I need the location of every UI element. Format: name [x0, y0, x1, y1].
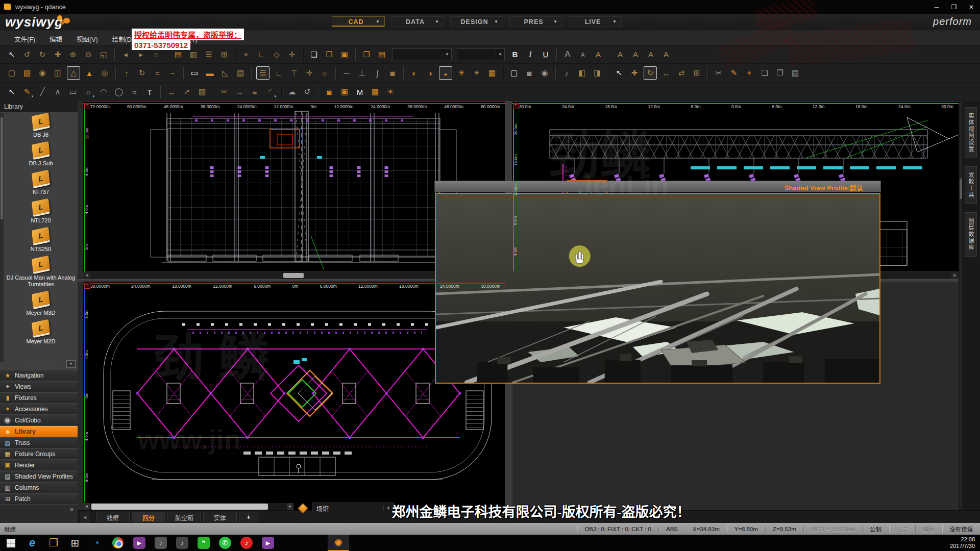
- sidebar-item-render[interactable]: ▣Render: [0, 460, 78, 470]
- leader-icon[interactable]: ↗: [181, 86, 193, 98]
- library-item-meyer-m2d[interactable]: LMeyer M2D: [4, 321, 78, 345]
- library-item-dj-casual-man-with-analog-turntables[interactable]: LDJ Casual Man with Analog Turntables: [4, 257, 78, 288]
- taskbar-chrome-browser[interactable]: [107, 535, 129, 551]
- beam-fixture-icon[interactable]: ◒: [439, 66, 452, 80]
- draw-cone-icon[interactable]: △: [67, 66, 80, 80]
- layout-tab-四分[interactable]: 四分: [132, 512, 165, 522]
- taskbar-file-explorer[interactable]: ❒: [43, 535, 64, 551]
- subwoofer-icon[interactable]: ◨: [591, 67, 603, 79]
- sidebar-item-accessories[interactable]: ✶Accessories: [0, 404, 78, 414]
- right-tab-图层数据库[interactable]: 图层数据库: [965, 212, 977, 257]
- plan-view-hscrollbar[interactable]: ◄►: [83, 503, 293, 510]
- print-icon[interactable]: ▤: [376, 48, 388, 61]
- taskbar-wysiwyg-app[interactable]: ✺: [328, 535, 349, 551]
- decrease-font-icon[interactable]: A: [577, 48, 589, 61]
- previous-view-icon[interactable]: ◂: [119, 48, 132, 61]
- menu-item-视图-v[interactable]: 视图(V): [77, 34, 98, 44]
- taskbar-wechat[interactable]: ❞: [193, 535, 214, 551]
- circle-truss-icon[interactable]: ○: [318, 67, 331, 79]
- right-tab-实体视图设置[interactable]: 实体视图设置: [965, 107, 977, 158]
- font-color-icon[interactable]: A: [592, 48, 604, 61]
- next-view-icon[interactable]: ▸: [135, 48, 147, 61]
- mode-tab-live[interactable]: LIVE▼: [569, 16, 622, 27]
- taskbar-clock[interactable]: 22:08 2017/7/30: [950, 536, 980, 549]
- pipe-icon[interactable]: ─: [340, 67, 353, 79]
- library-item-nts250[interactable]: LNTS250: [4, 229, 78, 253]
- pan-tool-icon[interactable]: ✚: [52, 48, 64, 61]
- new-view-icon[interactable]: ▢: [6, 67, 18, 79]
- revision-icon[interactable]: ↺: [301, 86, 313, 98]
- layout-tab-线框[interactable]: 线框: [96, 512, 130, 522]
- new-file-icon[interactable]: ❏: [308, 48, 320, 61]
- offset-icon[interactable]: ≡: [249, 86, 261, 98]
- loft-icon[interactable]: ≈: [151, 67, 163, 79]
- library-item-ntl720[interactable]: LNTL720: [4, 200, 78, 224]
- riser-icon[interactable]: ▭: [188, 67, 201, 79]
- materials-icon[interactable]: ▩: [369, 86, 381, 98]
- taskbar-media-app-1[interactable]: ♪: [150, 535, 172, 551]
- hoist-icon[interactable]: ⊥: [356, 67, 368, 79]
- taskbar-video-player-2[interactable]: ▶: [257, 535, 279, 551]
- draw-cylinder-icon[interactable]: ◫: [52, 67, 64, 79]
- revolve-icon[interactable]: ↻: [136, 67, 148, 79]
- viewport-menu-icon[interactable]: [84, 283, 90, 289]
- scale-combo[interactable]: ▼: [457, 48, 505, 60]
- rectangle-icon[interactable]: ▭: [67, 86, 79, 98]
- font-tool-icon[interactable]: A: [660, 48, 672, 61]
- object-snap-icon[interactable]: ◇: [271, 48, 283, 61]
- taskbar-video-player[interactable]: ▶: [129, 535, 150, 551]
- menu-item-编辑[interactable]: 编辑: [50, 34, 62, 44]
- bold-button-icon[interactable]: B: [509, 48, 521, 61]
- extend-icon[interactable]: →: [233, 86, 246, 98]
- truss-corner-icon[interactable]: ∟: [273, 67, 285, 79]
- layer-combo[interactable]: ▼: [392, 48, 452, 60]
- line-icon[interactable]: ╱: [36, 86, 48, 98]
- taskbar-sogou-browser[interactable]: ◔: [86, 535, 107, 551]
- sidebar-item-views[interactable]: ✦Views: [0, 381, 78, 392]
- align-center-icon[interactable]: A: [629, 48, 642, 61]
- move-icon[interactable]: ✚: [628, 67, 641, 79]
- mode-tab-design[interactable]: DESIGN▼: [450, 16, 503, 27]
- sidebar-item-shaded-view-profiles[interactable]: ▤Shaded View Profiles: [0, 471, 78, 482]
- italic-button-icon[interactable]: I: [524, 48, 536, 61]
- tab-scroll-left-button[interactable]: ◄: [81, 512, 89, 523]
- layout-tab-航空箱[interactable]: 航空箱: [167, 512, 201, 522]
- object-properties-icon[interactable]: ▤: [789, 67, 801, 79]
- library-dropdown-button[interactable]: ▾: [66, 360, 76, 368]
- spline-icon[interactable]: ≈: [128, 86, 140, 98]
- truss-straight-icon[interactable]: ☰: [256, 66, 270, 80]
- taskbar-start-button[interactable]: [0, 535, 21, 551]
- open-file-icon[interactable]: ❒: [323, 48, 335, 61]
- add-layout-tab-button[interactable]: +: [239, 512, 258, 522]
- material-tool-icon[interactable]: M: [354, 86, 366, 98]
- pointer-icon[interactable]: ↖: [6, 86, 18, 98]
- draw-pyramid-icon[interactable]: ▲: [83, 67, 95, 79]
- text-tool-icon[interactable]: T: [143, 86, 156, 98]
- layout-tab-实体[interactable]: 实体: [203, 512, 237, 522]
- taskbar-netease-music[interactable]: ♪: [236, 535, 257, 551]
- tracking-icon[interactable]: ✛: [286, 48, 298, 61]
- sidebar-item-truss[interactable]: ▨Truss: [0, 437, 78, 448]
- layers-icon[interactable]: ▤: [172, 48, 184, 61]
- menu-item-绘制-d[interactable]: 绘制(D): [112, 34, 134, 44]
- render-region-icon[interactable]: ▣: [338, 86, 351, 98]
- taskbar-whatsapp[interactable]: ✆: [214, 535, 236, 551]
- select-tool-icon[interactable]: ↖: [6, 48, 18, 61]
- undo-icon[interactable]: ↺: [21, 48, 33, 61]
- sidebar-item-col-gobo[interactable]: GCol/Gobo: [0, 415, 78, 425]
- mode-tab-cad[interactable]: CAD▼: [332, 16, 385, 27]
- trim-icon[interactable]: ✂: [218, 86, 230, 98]
- draw-sphere-icon[interactable]: ◉: [36, 67, 48, 79]
- zoom-extents-icon[interactable]: ◱: [97, 48, 110, 61]
- shaded-view-title-bar[interactable]: Shaded View Profile:默认: [434, 181, 881, 192]
- light-tool-icon[interactable]: ☀: [384, 86, 397, 98]
- taskbar-microsoft-store[interactable]: ⊞: [64, 535, 86, 551]
- save-file-icon[interactable]: ▣: [338, 48, 351, 61]
- speaker-icon[interactable]: ◧: [576, 67, 588, 79]
- taskbar-edge-browser[interactable]: e: [21, 535, 43, 551]
- zoom-in-icon[interactable]: ⊕: [67, 48, 79, 61]
- strobe-icon[interactable]: ✳: [455, 67, 468, 79]
- maximize-button[interactable]: ❐: [945, 0, 963, 14]
- hatch-icon[interactable]: ▨: [196, 86, 208, 98]
- scene-tree-icon[interactable]: ☰: [203, 48, 215, 61]
